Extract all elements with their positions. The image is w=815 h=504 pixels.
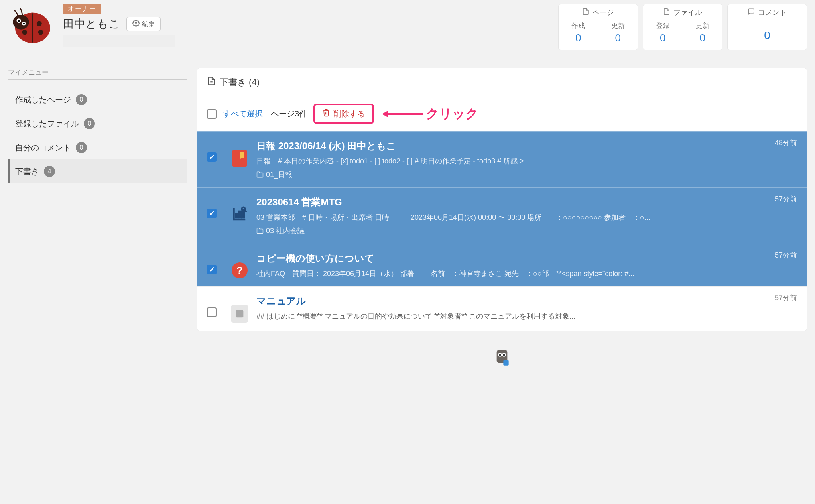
sidebar-title: マイメニュー xyxy=(8,68,187,80)
sidebar-item-registered-files[interactable]: 登録したファイル 0 xyxy=(8,112,187,136)
avatar xyxy=(8,4,56,52)
subtitle-placeholder xyxy=(63,35,175,47)
comment-icon xyxy=(748,8,755,17)
svg-rect-18 xyxy=(236,310,244,318)
annotation: クリック xyxy=(388,105,478,123)
svg-point-21 xyxy=(499,354,501,356)
svg-rect-25 xyxy=(503,360,508,365)
row-time: 48分前 xyxy=(775,138,797,148)
sidebar-item-my-comments[interactable]: 自分のコメント 0 xyxy=(8,136,187,159)
row-title[interactable]: 日報 2023/06/14 (水) 田中ともこ xyxy=(256,140,797,152)
sidebar-badge: 0 xyxy=(76,142,87,153)
row-checkbox[interactable] xyxy=(207,152,217,162)
panel-title: 下書き (4) xyxy=(220,76,260,88)
gear-icon xyxy=(132,20,140,28)
default-icon xyxy=(231,305,248,323)
svg-line-17 xyxy=(245,210,247,212)
list-item[interactable]: 日報 2023/06/14 (水) 田中ともこ 日報 # 本日の作業内容 - [… xyxy=(197,131,807,187)
list-item[interactable]: ? コピー機の使い方について 社内FAQ 質問日： 2023年06月14日（水）… xyxy=(197,244,807,286)
sidebar-item-label: 登録したファイル xyxy=(15,118,79,129)
row-folder: 01_日報 xyxy=(256,170,797,179)
row-checkbox[interactable] xyxy=(207,307,217,317)
owner-badge: オーナー xyxy=(63,4,101,14)
svg-point-4 xyxy=(38,30,43,35)
row-checkbox[interactable] xyxy=(207,265,217,274)
list-item[interactable]: 20230614 営業MTG 03 営業本部 # 日時・場所・出席者 日時 ：2… xyxy=(197,187,807,244)
folder-icon xyxy=(256,227,264,234)
svg-point-5 xyxy=(13,15,29,30)
row-excerpt: 03 営業本部 # 日時・場所・出席者 日時 ：2023年06月14日(水) 0… xyxy=(256,213,797,222)
report-icon xyxy=(232,150,247,167)
annotation-label: クリック xyxy=(426,105,478,123)
svg-point-7 xyxy=(18,20,20,22)
folder-icon xyxy=(256,171,264,178)
stat-file-register[interactable]: 0 xyxy=(643,32,683,44)
sidebar-item-label: 作成したページ xyxy=(15,94,71,105)
edit-button[interactable]: 編集 xyxy=(126,17,161,31)
page-count: ページ3件 xyxy=(271,108,307,119)
row-title[interactable]: 20230614 営業MTG xyxy=(256,196,797,209)
list-item[interactable]: マニュアル ## はじめに **概要** マニュアルの目的や効果について **対… xyxy=(197,286,807,331)
footer-logo xyxy=(197,347,807,368)
svg-point-3 xyxy=(22,30,27,35)
page-icon xyxy=(582,8,589,17)
stat-file-update[interactable]: 0 xyxy=(683,32,722,44)
row-excerpt: ## はじめに **概要** マニュアルの目的や効果について **対象者** こ… xyxy=(256,311,797,321)
stat-card-file: ファイル 登録 0 更新 0 xyxy=(643,4,722,50)
username: 田中ともこ xyxy=(63,16,120,32)
select-all-label[interactable]: すべて選択 xyxy=(223,108,263,119)
svg-point-23 xyxy=(503,354,505,356)
row-time: 57分前 xyxy=(775,194,797,204)
sidebar-badge: 4 xyxy=(44,166,55,177)
sidebar-item-drafts[interactable]: 下書き 4 xyxy=(8,159,187,183)
file-icon xyxy=(663,8,670,17)
svg-rect-14 xyxy=(239,211,241,218)
draft-icon xyxy=(207,77,216,88)
row-checkbox[interactable] xyxy=(207,209,217,218)
sidebar-item-label: 下書き xyxy=(15,166,39,177)
row-title[interactable]: マニュアル xyxy=(256,295,797,307)
svg-point-10 xyxy=(135,22,137,24)
row-time: 57分前 xyxy=(775,250,797,260)
delete-button[interactable]: 削除する xyxy=(313,104,374,124)
edit-label: 編集 xyxy=(142,20,155,28)
stat-card-page: ページ 作成 0 更新 0 xyxy=(558,4,638,50)
row-time: 57分前 xyxy=(775,293,797,303)
stat-comment-count[interactable]: 0 xyxy=(728,21,807,42)
chart-icon xyxy=(232,206,247,225)
arrow-icon xyxy=(388,113,423,115)
select-all-checkbox[interactable] xyxy=(207,109,217,119)
svg-point-9 xyxy=(23,23,25,25)
delete-label: 削除する xyxy=(333,108,365,119)
question-icon: ? xyxy=(232,262,248,278)
row-folder: 03 社内会議 xyxy=(256,226,797,236)
sidebar-badge: 0 xyxy=(84,118,95,129)
row-title[interactable]: コピー機の使い方について xyxy=(256,252,797,265)
stat-card-comment: コメント 0 xyxy=(727,4,807,50)
sidebar-item-created-pages[interactable]: 作成したページ 0 xyxy=(8,88,187,112)
stat-page-create[interactable]: 0 xyxy=(559,32,598,44)
row-excerpt: 社内FAQ 質問日： 2023年06月14日（水） 部署 ： 名前 ：神宮寺まさ… xyxy=(256,269,797,278)
svg-point-2 xyxy=(37,21,42,26)
sidebar-badge: 0 xyxy=(76,94,87,105)
panel-header: 下書き (4) xyxy=(197,68,807,96)
svg-rect-13 xyxy=(236,214,238,218)
sidebar-item-label: 自分のコメント xyxy=(15,142,71,153)
stat-page-update[interactable]: 0 xyxy=(598,32,638,44)
trash-icon xyxy=(322,109,330,119)
row-excerpt: 日報 # 本日の作業内容 - [x] todo1 - [ ] todo2 - [… xyxy=(256,156,797,166)
